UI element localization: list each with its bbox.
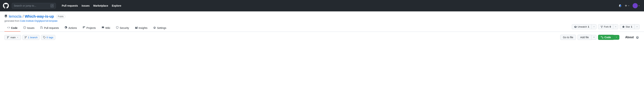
code-button-group: Code xyxy=(598,35,619,40)
star-button[interactable]: Star 1 xyxy=(620,24,634,29)
star-group: Star 1 xyxy=(620,24,640,29)
fork-count: 0 xyxy=(610,25,611,28)
issues-icon xyxy=(23,26,26,30)
nav-explore[interactable]: Explore xyxy=(110,3,122,8)
projects-icon xyxy=(83,26,85,30)
fork-group: Fork 0 xyxy=(598,24,618,29)
search-placeholder: Search or jump to... xyxy=(14,4,49,7)
add-file-caret[interactable] xyxy=(592,35,596,40)
branch-count-link[interactable]: 1 branch xyxy=(22,35,40,40)
tab-wiki-label: Wiki xyxy=(105,26,110,30)
pull-requests-icon xyxy=(40,26,43,30)
repo-tabs: Code Issues Pull requests xyxy=(4,24,640,32)
notification-dot xyxy=(620,5,621,6)
tab-issues[interactable]: Issues xyxy=(20,24,37,32)
repo-slash: / xyxy=(22,14,24,18)
code-label: Code xyxy=(601,36,611,39)
avatar xyxy=(632,3,638,8)
about-section: About xyxy=(625,35,640,40)
settings-icon xyxy=(153,26,156,30)
tab-insights[interactable]: Insights xyxy=(132,24,150,32)
code-button[interactable]: Code xyxy=(598,35,614,40)
tab-actions[interactable]: Actions xyxy=(62,24,80,32)
go-to-file-button[interactable]: Go to file xyxy=(560,35,576,40)
search-box[interactable]: Search or jump to... / xyxy=(12,3,56,9)
code-icon xyxy=(7,26,10,30)
repo-owner[interactable]: lemocla xyxy=(9,14,22,18)
unwatch-label: Unwatch xyxy=(578,25,587,28)
tab-code-label: Code xyxy=(11,26,18,30)
security-icon xyxy=(116,26,118,30)
star-caret[interactable] xyxy=(634,24,640,29)
user-menu-button[interactable] xyxy=(632,2,641,10)
fork-button[interactable]: Fork 0 xyxy=(598,24,613,29)
fork-caret[interactable] xyxy=(613,24,618,29)
generated-from-link[interactable]: Code-Institute-Org/gitpod-full-template xyxy=(20,20,58,22)
add-file-group: Add file xyxy=(578,35,596,40)
tab-pull-requests[interactable]: Pull requests xyxy=(37,24,62,32)
branch-link-label: branch xyxy=(30,36,38,39)
tab-insights-label: Insights xyxy=(138,26,148,30)
unwatch-caret[interactable] xyxy=(592,24,596,29)
tags-count: 0 xyxy=(46,36,48,39)
tab-actions-label: Actions xyxy=(68,26,77,30)
add-file-button[interactable]: Add file xyxy=(578,35,592,40)
branch-bar: main 1 branch 0 tags Go to file Add file xyxy=(0,32,644,43)
about-label: About xyxy=(625,36,634,39)
about-settings-button[interactable] xyxy=(635,35,640,40)
code-caret[interactable] xyxy=(614,35,619,40)
unwatch-group: Unwatch 1 xyxy=(572,24,596,29)
repo-header-wrap: lemocla / Which-way-is-up Public generat… xyxy=(0,12,644,32)
notifications-bell-wrap xyxy=(618,3,623,8)
tab-wiki[interactable]: Wiki xyxy=(99,24,113,32)
tab-settings[interactable]: Settings xyxy=(150,24,169,32)
nav-issues[interactable]: Issues xyxy=(80,3,91,8)
tags-label: tags xyxy=(49,36,53,39)
branch-count: 1 xyxy=(28,36,29,39)
generated-from-prefix: generated from xyxy=(4,20,19,22)
unwatch-count: 1 xyxy=(588,25,589,28)
repo-icon xyxy=(4,15,7,18)
create-new-button[interactable] xyxy=(624,3,631,8)
fork-label: Fork xyxy=(604,25,609,28)
branch-name: main xyxy=(10,36,16,39)
top-nav-links: Pull requests Issues Marketplace Explore xyxy=(60,3,123,8)
tab-pull-requests-label: Pull requests xyxy=(44,26,59,30)
tags-link[interactable]: 0 tags xyxy=(41,35,55,40)
nav-pull-requests[interactable]: Pull requests xyxy=(60,3,80,8)
repo-visibility-badge: Public xyxy=(56,15,66,18)
tab-security[interactable]: Security xyxy=(113,24,132,32)
actions-icon xyxy=(65,26,67,30)
branch-bar-right: Go to file Add file Code xyxy=(560,35,640,40)
repo-header: lemocla / Which-way-is-up Public generat… xyxy=(0,12,644,32)
star-label: Star xyxy=(626,25,630,28)
tab-settings-label: Settings xyxy=(157,26,166,30)
repo-name[interactable]: Which-way-is-up xyxy=(25,14,54,18)
tab-projects[interactable]: Projects xyxy=(80,24,99,32)
insights-icon xyxy=(135,26,138,30)
repo-subtext: generated from Code-Institute-Org/gitpod… xyxy=(4,20,640,22)
branch-selector[interactable]: main xyxy=(4,35,21,40)
tab-security-label: Security xyxy=(120,26,129,30)
star-count: 1 xyxy=(631,25,632,28)
tab-projects-label: Projects xyxy=(86,26,96,30)
repo-actions: Unwatch 1 Fork 0 xyxy=(572,24,640,29)
github-logo[interactable] xyxy=(3,3,9,9)
top-nav-right xyxy=(618,2,641,10)
nav-marketplace[interactable]: Marketplace xyxy=(92,3,110,8)
tab-code[interactable]: Code xyxy=(4,24,20,32)
search-kbd: / xyxy=(50,4,54,8)
unwatch-button[interactable]: Unwatch 1 xyxy=(572,24,592,29)
breadcrumb: lemocla / Which-way-is-up Public xyxy=(4,14,640,18)
tab-issues-label: Issues xyxy=(27,26,34,30)
wiki-icon xyxy=(102,26,104,30)
top-navigation: Search or jump to... / Pull requests Iss… xyxy=(0,0,644,12)
